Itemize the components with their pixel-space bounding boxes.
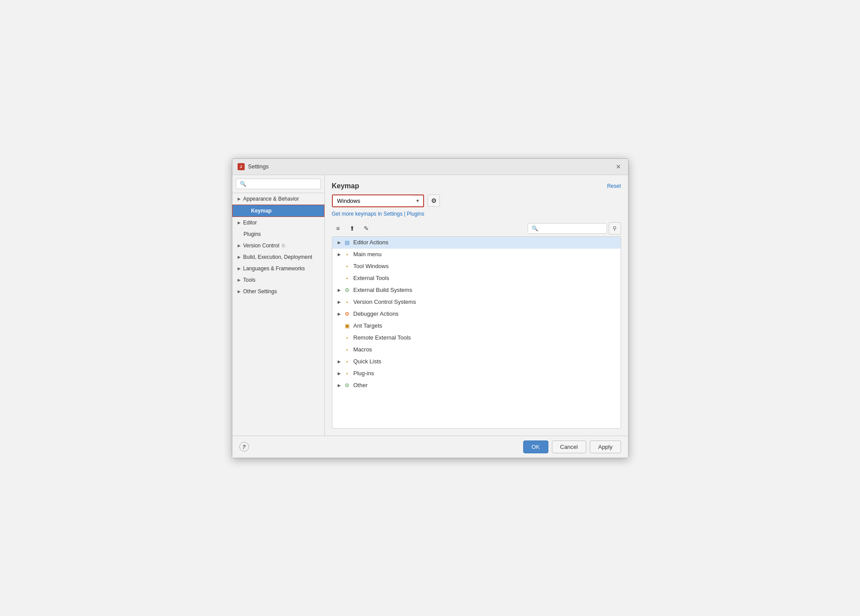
sidebar-item-label: Tools [243, 277, 256, 283]
edit-shortcut-button[interactable]: ✎ [360, 222, 372, 235]
app-icon: J [238, 163, 245, 170]
tree-item-macros[interactable]: ▪Macros [332, 344, 621, 356]
sidebar-item-label: Keymap [251, 208, 272, 214]
chevron-icon: ▶ [238, 220, 241, 225]
tree-chevron-icon: ▶ [336, 358, 343, 365]
tree-item-label: External Build Systems [354, 287, 413, 293]
tree-item-label: Other [354, 382, 368, 388]
tree-item-icon: ▪ [344, 358, 351, 365]
tree-item-label: Editor Actions [354, 239, 389, 246]
chevron-icon: ▶ [238, 255, 241, 259]
dropdown-arrow-icon[interactable]: ▼ [412, 197, 424, 205]
sidebar-search-input[interactable] [236, 179, 321, 189]
tree-item-icon: ▪ [344, 370, 351, 377]
get-more-keymaps-link[interactable]: Get more keymaps in Settings | Plugins [332, 211, 621, 217]
settings-dialog: J Settings ✕ ▶Appearance & BehaviorKeyma… [232, 158, 629, 458]
tree-item-ant-targets[interactable]: ▣Ant Targets [332, 320, 621, 332]
tree-item-external-build[interactable]: ▶⚙External Build Systems [332, 284, 621, 296]
tree-item-icon: ▪ [344, 251, 351, 258]
sidebar-item-label: Build, Execution, Deployment [243, 254, 313, 260]
sidebar-item-label: Languages & Frameworks [243, 265, 305, 272]
sidebar-item-plugins[interactable]: Plugins [232, 228, 324, 240]
tree-item-label: External Tools [354, 275, 389, 281]
tree-item-remote-tools[interactable]: ▪Remote External Tools [332, 332, 621, 344]
tree-item-debugger[interactable]: ▶⚙Debugger Actions [332, 308, 621, 320]
sidebar-item-label: Plugins [244, 231, 261, 237]
expand-all-icon: ≡ [336, 225, 339, 232]
tree-item-label: Main menu [354, 251, 382, 258]
tree-item-external-tools[interactable]: ▪External Tools [332, 273, 621, 284]
tree-item-icon: ▪ [344, 263, 351, 270]
tree-item-icon: ▣ [344, 322, 351, 329]
sidebar-item-build[interactable]: ▶Build, Execution, Deployment [232, 251, 324, 263]
tree-chevron-icon: ▶ [336, 251, 343, 258]
chevron-icon: ▶ [238, 243, 241, 248]
tree-chevron-icon: ▶ [336, 370, 343, 377]
sidebar-item-label: Version Control [243, 243, 279, 249]
sidebar-item-tools[interactable]: ▶Tools [232, 274, 324, 286]
action-search-input[interactable] [528, 223, 607, 234]
help-button[interactable]: ? [239, 442, 249, 452]
keymap-toolbar: ≡ ⬆ ✎ ⚲ [332, 222, 621, 235]
ok-button[interactable]: OK [523, 441, 548, 453]
tree-item-plug-ins[interactable]: ▶▪Plug-ins [332, 368, 621, 380]
keymap-select[interactable]: Windows macOS Default [333, 195, 412, 206]
sidebar: ▶Appearance & BehaviorKeymap▶EditorPlugi… [232, 175, 325, 436]
tree-item-icon: ⚙ [344, 310, 351, 317]
copy-icon: ⎘ [282, 243, 285, 248]
sidebar-item-label: Other Settings [243, 288, 277, 295]
tree-item-editor-actions[interactable]: ▶▤Editor Actions [332, 237, 621, 249]
tree-item-other[interactable]: ▶⚙Other [332, 380, 621, 392]
apply-button[interactable]: Apply [590, 441, 621, 453]
tree-chevron-icon: ▶ [336, 310, 343, 317]
keymap-tree: ▶▤Editor Actions▶▪Main menu▪Tool Windows… [332, 236, 621, 429]
expand-all-button[interactable]: ≡ [332, 222, 344, 235]
tree-chevron-icon: ▶ [336, 287, 343, 294]
help-icon: ? [242, 444, 246, 450]
sidebar-item-label: Editor [243, 220, 257, 226]
tree-item-icon: ▤ [344, 239, 351, 246]
bottom-bar: ? OK Cancel Apply [232, 436, 628, 458]
sidebar-item-editor[interactable]: ▶Editor [232, 217, 324, 228]
keymap-gear-button[interactable]: ⚙ [428, 194, 440, 207]
sidebar-item-appearance[interactable]: ▶Appearance & Behavior [232, 193, 324, 205]
tree-item-label: Plug-ins [354, 370, 374, 377]
tree-item-label: Tool Windows [354, 263, 389, 269]
find-icon: ⚲ [613, 225, 617, 231]
tree-chevron-icon [336, 322, 343, 329]
tree-item-quick-lists[interactable]: ▶▪Quick Lists [332, 356, 621, 368]
sidebar-item-other[interactable]: ▶Other Settings [232, 286, 324, 297]
sidebar-item-languages[interactable]: ▶Languages & Frameworks [232, 263, 324, 274]
tree-item-label: Remote External Tools [354, 334, 411, 341]
panel-header: Keymap Reset [332, 182, 621, 190]
sidebar-item-label: Appearance & Behavior [243, 196, 299, 202]
collapse-all-button[interactable]: ⬆ [346, 222, 358, 235]
sidebar-nav: ▶Appearance & BehaviorKeymap▶EditorPlugi… [232, 193, 324, 297]
tree-chevron-icon [336, 346, 343, 353]
edit-icon: ✎ [364, 225, 369, 232]
tree-item-icon: ⚙ [344, 287, 351, 294]
tree-item-label: Debugger Actions [354, 310, 399, 317]
tree-chevron-icon: ▶ [336, 239, 343, 246]
chevron-icon: ▶ [238, 266, 241, 271]
tree-chevron-icon: ▶ [336, 382, 343, 389]
reset-button[interactable]: Reset [607, 183, 621, 189]
collapse-all-icon: ⬆ [350, 225, 355, 232]
tree-chevron-icon [336, 334, 343, 341]
tree-item-label: Macros [354, 346, 372, 353]
sidebar-item-version-control[interactable]: ▶Version Control⎘ [232, 240, 324, 251]
tree-item-tool-windows[interactable]: ▪Tool Windows [332, 261, 621, 273]
tree-item-version-control[interactable]: ▶▪Version Control Systems [332, 296, 621, 308]
main-panel: Keymap Reset Windows macOS Default ▼ ⚙ G… [325, 175, 628, 436]
tree-item-label: Ant Targets [354, 322, 383, 329]
dialog-content: ▶Appearance & BehaviorKeymap▶EditorPlugi… [232, 175, 628, 436]
sidebar-search-box [232, 175, 324, 193]
chevron-icon: ▶ [238, 289, 241, 294]
tree-item-main-menu[interactable]: ▶▪Main menu [332, 249, 621, 261]
find-shortcut-button[interactable]: ⚲ [609, 222, 621, 235]
tree-chevron-icon [336, 263, 343, 270]
tree-item-label: Quick Lists [354, 358, 382, 365]
close-button[interactable]: ✕ [614, 162, 623, 171]
cancel-button[interactable]: Cancel [552, 441, 586, 453]
sidebar-item-keymap[interactable]: Keymap [232, 205, 324, 217]
